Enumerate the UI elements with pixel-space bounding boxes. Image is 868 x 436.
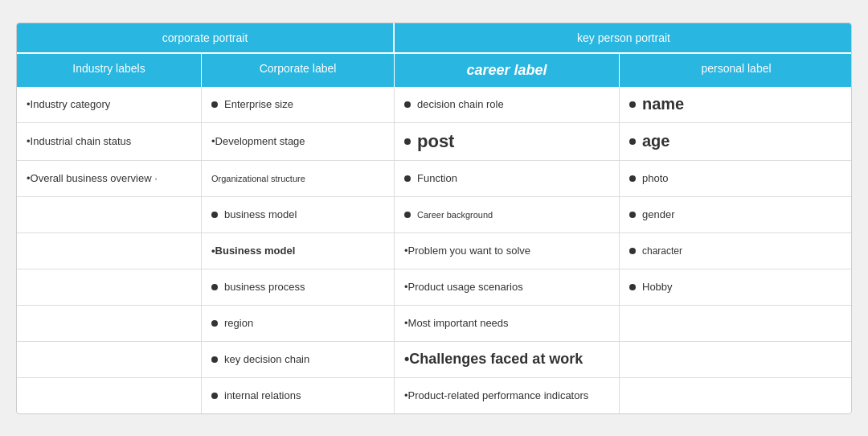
cell-r1-c3: age: [620, 123, 852, 160]
bullet-icon: [404, 212, 411, 218]
cell-r3-c1: business model: [202, 197, 395, 232]
bullet-icon: [404, 101, 411, 108]
cell-r4-c3: character: [620, 233, 852, 269]
subheader-corporate: Corporate label: [202, 52, 395, 87]
table-row: key decision chain• Challenges faced at …: [17, 341, 851, 377]
bullet-icon: [211, 356, 218, 363]
cell-r5-c2: • Product usage scenarios: [395, 269, 620, 305]
bullet-icon: [211, 212, 218, 218]
main-table: corporate portrait key person portrait I…: [16, 23, 852, 414]
cell-r1-c1: • Development stage: [202, 123, 395, 160]
cell-text: Problem you want to solve: [408, 245, 530, 257]
bullet-icon: [629, 284, 636, 290]
cell-text: Industry category: [31, 98, 111, 110]
table-row: internal relations• Product-related perf…: [17, 377, 851, 413]
cell-text: business model: [224, 208, 297, 220]
table-row: business modelCareer backgroundgender: [17, 196, 851, 232]
cell-r5-c1: business process: [202, 269, 395, 305]
cell-text: Hobby: [642, 281, 673, 293]
cell-r1-c2: post: [395, 123, 620, 160]
cell-text: internal relations: [224, 389, 301, 401]
cell-text: age: [642, 132, 669, 150]
cell-text: Challenges faced at work: [409, 351, 583, 368]
bullet-icon: [629, 138, 636, 145]
table-row: • Business model• Problem you want to so…: [17, 232, 851, 269]
cell-r0-c3: name: [620, 87, 852, 122]
table-row: business process• Product usage scenario…: [17, 269, 851, 305]
cell-text: Product usage scenarios: [408, 281, 523, 293]
bullet-icon: [629, 248, 636, 254]
cell-text: Career background: [417, 210, 493, 220]
bullet-icon: [404, 175, 411, 182]
cell-text: post: [417, 131, 454, 152]
cell-r7-c0: [17, 342, 202, 377]
cell-r5-c0: [17, 269, 202, 305]
cell-r4-c1: • Business model: [202, 233, 395, 269]
cell-r7-c3: [620, 342, 852, 377]
bullet-icon: [211, 393, 218, 399]
bullet-icon: [629, 175, 636, 182]
cell-r3-c2: Career background: [395, 197, 620, 232]
top-header-corporate: corporate portrait: [17, 23, 395, 52]
cell-r2-c3: photo: [620, 161, 852, 196]
cell-r7-c1: key decision chain: [202, 342, 395, 377]
bullet-icon: [211, 320, 218, 327]
bullet-icon: [211, 284, 218, 290]
cell-text: Product-related performance indicators: [408, 389, 589, 401]
subheader-personal: personal label: [620, 52, 852, 87]
cell-r8-c0: [17, 378, 202, 413]
cell-text: character: [642, 245, 682, 257]
bullet-icon: [211, 101, 218, 108]
cell-text: key decision chain: [224, 353, 309, 365]
cell-r2-c1: Organizational structure: [202, 161, 395, 196]
cell-r3-c3: gender: [620, 197, 852, 232]
top-header: corporate portrait key person portrait: [17, 23, 851, 52]
cell-text: decision chain role: [417, 98, 504, 110]
cell-text: Function: [417, 172, 457, 184]
cell-text: gender: [642, 208, 674, 220]
cell-text: Business model: [215, 245, 296, 257]
bullet-icon: [629, 212, 636, 218]
cell-r6-c0: [17, 306, 202, 341]
cell-r2-c0: • Overall business overview ·: [17, 161, 202, 196]
subheader-industry: Industry labels: [17, 52, 202, 87]
cell-text: name: [642, 95, 684, 113]
cell-r6-c3: [620, 306, 852, 341]
top-header-keyperson: key person portrait: [395, 23, 852, 52]
cell-r8-c3: [620, 378, 852, 413]
table-row: • Overall business overview ·Organizatio…: [17, 160, 851, 196]
cell-text: region: [224, 317, 253, 329]
cell-r1-c0: • Industrial chain status: [17, 123, 202, 160]
cell-text: Industrial chain status: [31, 135, 132, 147]
cell-r2-c2: Function: [395, 161, 620, 196]
cell-r0-c0: • Industry category: [17, 87, 202, 122]
cell-text: Organizational structure: [211, 174, 305, 183]
cell-r3-c0: [17, 197, 202, 232]
cell-r0-c2: decision chain role: [395, 87, 620, 122]
subheader-career: career label: [395, 52, 620, 87]
cell-text: business process: [224, 281, 305, 293]
table-row: region• Most important needs: [17, 305, 851, 341]
cell-text: Enterprise size: [224, 98, 293, 110]
cell-r8-c2: • Product-related performance indicators: [395, 378, 620, 413]
bullet-icon: [404, 138, 411, 145]
cell-r6-c2: • Most important needs: [395, 306, 620, 341]
cell-r5-c3: Hobby: [620, 269, 852, 305]
cell-text: Development stage: [215, 135, 305, 147]
cell-r4-c2: • Problem you want to solve: [395, 233, 620, 269]
cell-r0-c1: Enterprise size: [202, 87, 395, 122]
cell-text: Overall business overview ·: [31, 172, 158, 184]
table-row: • Industrial chain status• Development s…: [17, 122, 851, 160]
cell-text: Most important needs: [408, 317, 509, 329]
cell-r6-c1: region: [202, 306, 395, 341]
sub-header: Industry labels Corporate label career l…: [17, 52, 851, 87]
bullet-icon: [629, 101, 636, 108]
cell-r4-c0: [17, 233, 202, 269]
cell-text: photo: [642, 172, 669, 184]
cell-r7-c2: • Challenges faced at work: [395, 342, 620, 377]
cell-r8-c1: internal relations: [202, 378, 395, 413]
data-rows: • Industry categoryEnterprise sizedecisi…: [17, 87, 851, 413]
table-row: • Industry categoryEnterprise sizedecisi…: [17, 87, 851, 122]
